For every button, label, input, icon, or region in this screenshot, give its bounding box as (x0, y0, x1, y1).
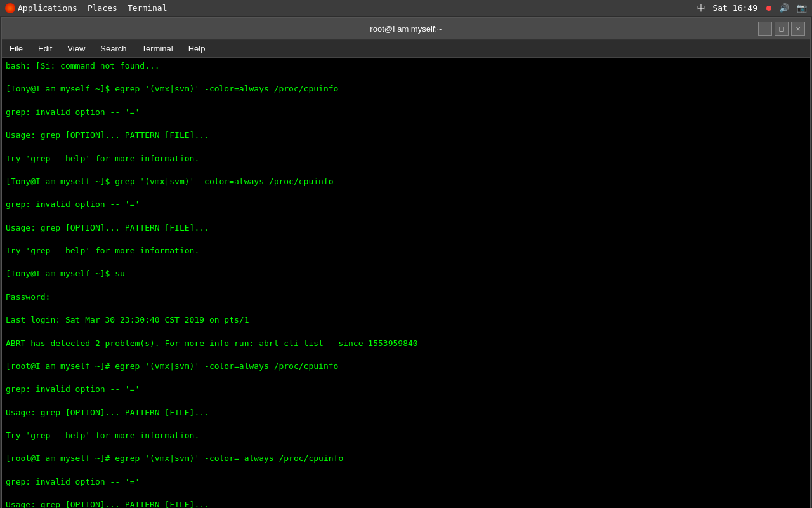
menu-edit[interactable]: Edit (36, 43, 55, 55)
terminal-line: bash: [Si: command not found... (6, 60, 806, 72)
terminal-line: [Tony@I am myself ~]$ egrep '(vmx|svm)' … (6, 83, 806, 95)
terminal-line: [root@I am myself ~]# egrep '(vmx|svm)' … (6, 361, 806, 372)
terminal-output[interactable]: bash: [Si: command not found... [Tony@I … (2, 58, 810, 508)
lang-indicator: 中 (697, 3, 705, 14)
terminal-line: grep: invalid option -- '=' (6, 199, 806, 210)
window-title: root@I am myself:~ (370, 24, 442, 34)
close-button[interactable]: ✕ (791, 22, 805, 36)
menu-file[interactable]: File (7, 43, 25, 55)
distro-logo (5, 3, 15, 13)
terminal-line: [root@I am myself ~]# egrep '(vmx|svm)' … (6, 453, 806, 464)
terminal-line: Try 'grep --help' for more information. (6, 153, 806, 164)
terminal-line: Try 'grep --help' for more information. (6, 430, 806, 441)
maximize-button[interactable]: □ (775, 22, 789, 36)
applications-menu[interactable]: Applications (5, 3, 77, 13)
terminal-line: Last login: Sat Mar 30 23:30:40 CST 2019… (6, 314, 806, 326)
menu-terminal[interactable]: Terminal (140, 43, 176, 55)
window-controls: – □ ✕ (758, 22, 805, 36)
volume-icon: 🔊 (779, 3, 789, 13)
menu-bar: File Edit View Search Terminal Help (2, 40, 810, 58)
terminal-line: Usage: grep [OPTION]... PATTERN [FILE]..… (6, 407, 806, 418)
title-bar: root@I am myself:~ – □ ✕ (2, 18, 810, 40)
terminal-window: root@I am myself:~ – □ ✕ File Edit View … (1, 17, 811, 508)
terminal-line: ABRT has detected 2 problem(s). For more… (6, 338, 806, 349)
terminal-line: Password: (6, 291, 806, 303)
terminal-line: [Tony@I am myself ~]$ grep '(vmx|svm)' -… (6, 176, 806, 187)
terminal-line: [Tony@I am myself ~]$ su - (6, 268, 806, 279)
terminal-line: Usage: grep [OPTION]... PATTERN [FILE]..… (6, 222, 806, 234)
terminal-line: Usage: grep [OPTION]... PATTERN [FILE]..… (6, 499, 806, 508)
terminal-line: grep: invalid option -- '=' (6, 384, 806, 395)
notification-dot (766, 6, 771, 11)
terminal-line: Try 'grep --help' for more information. (6, 245, 806, 257)
system-tray: 中 Sat 16:49 🔊 📷 (697, 3, 807, 14)
terminal-menu[interactable]: Terminal (128, 3, 167, 13)
terminal-line: grep: invalid option -- '=' (6, 107, 806, 118)
menu-search[interactable]: Search (98, 43, 129, 55)
system-bar: Applications Places Terminal 中 Sat 16:49… (0, 0, 812, 16)
terminal-line: grep: invalid option -- '=' (6, 476, 806, 488)
minimize-button[interactable]: – (758, 22, 772, 36)
applications-label: Applications (18, 3, 77, 13)
menu-help[interactable]: Help (186, 43, 208, 55)
menu-view[interactable]: View (65, 43, 88, 55)
terminal-line: Usage: grep [OPTION]... PATTERN [FILE]..… (6, 130, 806, 141)
places-menu[interactable]: Places (88, 3, 117, 13)
datetime: Sat 16:49 (713, 3, 757, 13)
screenshot-icon: 📷 (797, 3, 807, 13)
